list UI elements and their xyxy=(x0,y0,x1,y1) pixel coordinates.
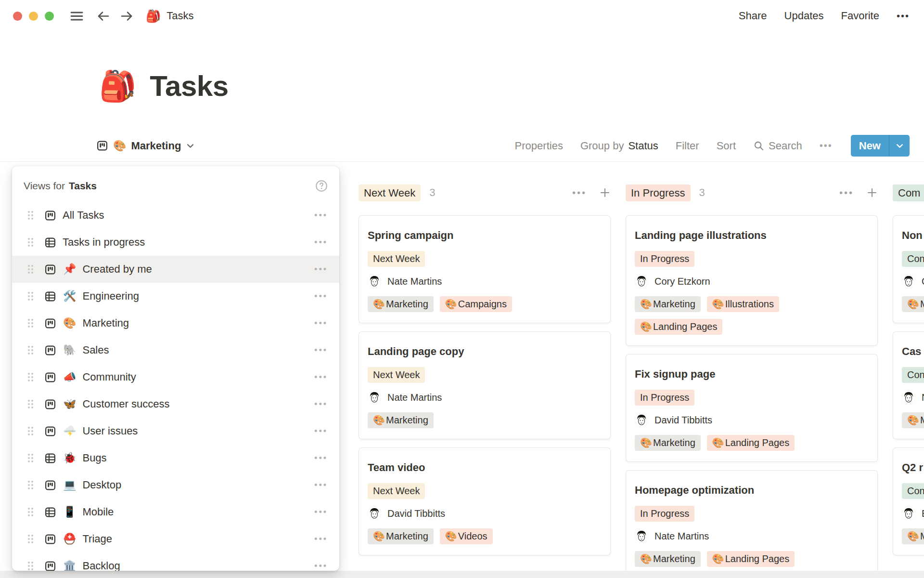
column-add-card-button[interactable] xyxy=(599,187,611,198)
view-row-tasks-in-progress[interactable]: Tasks in progress ••• xyxy=(12,229,339,256)
page-emoji-icon[interactable]: 🎒 xyxy=(99,68,136,104)
drag-handle-icon[interactable] xyxy=(26,533,35,545)
filter-button[interactable]: Filter xyxy=(676,140,699,152)
drag-handle-icon[interactable] xyxy=(26,398,35,410)
updates-button[interactable]: Updates xyxy=(784,10,824,22)
view-emoji-icon: 🎨 xyxy=(63,317,76,329)
avatar xyxy=(368,507,381,520)
task-card[interactable]: Non Con C 🎨M xyxy=(893,215,924,323)
view-row-more-button[interactable]: ••• xyxy=(314,561,328,571)
view-row-community[interactable]: 📣 Community ••• xyxy=(12,364,339,391)
view-row-more-button[interactable]: ••• xyxy=(314,399,328,409)
views-dropdown-panel: Views forTasks All Tasks ••• Tasks in pr… xyxy=(12,166,339,571)
new-button[interactable]: New xyxy=(851,135,889,157)
view-row-more-button[interactable]: ••• xyxy=(314,453,328,463)
task-card[interactable]: Homepage optimization In Progress Nate M… xyxy=(626,470,878,578)
view-row-mobile[interactable]: 📱 Mobile ••• xyxy=(12,499,339,525)
column-status-badge[interactable]: In Progress xyxy=(626,184,691,201)
favorite-button[interactable]: Favorite xyxy=(841,10,879,22)
new-dropdown-button[interactable] xyxy=(889,135,910,157)
view-row-bugs[interactable]: 🐞 Bugs ••• xyxy=(12,445,339,472)
sidebar-menu-icon[interactable] xyxy=(70,11,83,21)
assignee-row: E xyxy=(902,507,924,520)
view-row-more-button[interactable]: ••• xyxy=(314,210,328,221)
column-add-card-button[interactable] xyxy=(866,187,878,198)
drag-handle-icon[interactable] xyxy=(26,425,35,437)
doc-breadcrumb-title[interactable]: Tasks xyxy=(167,10,193,22)
tag: 🎨M xyxy=(902,528,924,544)
view-row-marketing[interactable]: 🎨 Marketing ••• xyxy=(12,310,339,337)
drag-handle-icon[interactable] xyxy=(26,263,35,275)
horizontal-scrollbar-track[interactable] xyxy=(0,571,924,578)
drag-handle-icon[interactable] xyxy=(26,210,35,221)
view-label: Mobile xyxy=(82,506,114,518)
group-by-button[interactable]: Group by Status xyxy=(580,140,658,152)
view-row-more-button[interactable]: ••• xyxy=(314,534,328,544)
view-row-more-button[interactable]: ••• xyxy=(314,237,328,248)
view-row-more-button[interactable]: ••• xyxy=(314,426,328,436)
forward-icon[interactable] xyxy=(120,11,133,22)
view-row-customer-success[interactable]: 🦋 Customer success ••• xyxy=(12,391,339,418)
view-row-user-issues[interactable]: 🌩️ User issues ••• xyxy=(12,418,339,445)
plus-icon xyxy=(599,187,611,198)
column-status-badge[interactable]: Com xyxy=(893,184,924,201)
palette-emoji-icon: 🎨 xyxy=(712,298,724,311)
minimize-window-button[interactable] xyxy=(29,12,38,21)
drag-handle-icon[interactable] xyxy=(26,290,35,302)
drag-handle-icon[interactable] xyxy=(26,506,35,518)
view-selector[interactable]: 🎨 Marketing xyxy=(96,140,194,152)
task-card[interactable]: Cas Con N 🎨M xyxy=(893,331,924,439)
view-label: Desktop xyxy=(82,479,121,491)
column-count: 3 xyxy=(699,186,705,199)
zoom-window-button[interactable] xyxy=(45,12,54,21)
view-row-backlog[interactable]: 🏛️ Backlog ••• xyxy=(12,552,339,571)
drag-handle-icon[interactable] xyxy=(26,236,35,248)
task-card[interactable]: Team video Next Week David Tibbitts 🎨Mar… xyxy=(359,447,611,555)
task-card[interactable]: Spring campaign Next Week Nate Martins 🎨… xyxy=(359,215,611,323)
board-column-next-week: Next Week 3 ••• Spring campaign Next Wee… xyxy=(359,179,611,564)
drag-handle-icon[interactable] xyxy=(26,344,35,356)
view-more-options-button[interactable]: ••• xyxy=(820,140,833,151)
view-type-icon xyxy=(44,398,56,410)
view-row-triage[interactable]: ⛑️ Triage ••• xyxy=(12,525,339,552)
drag-handle-icon[interactable] xyxy=(26,479,35,491)
share-button[interactable]: Share xyxy=(739,10,767,22)
task-card[interactable]: Fix signup page In Progress David Tibbit… xyxy=(626,354,878,462)
column-more-button[interactable]: ••• xyxy=(839,187,854,198)
drag-handle-icon[interactable] xyxy=(26,317,35,329)
view-row-desktop[interactable]: 💻 Desktop ••• xyxy=(12,472,339,499)
view-row-created-by-me[interactable]: 📌 Created by me ••• xyxy=(12,256,339,283)
view-label: Created by me xyxy=(82,263,152,276)
sort-button[interactable]: Sort xyxy=(717,140,736,152)
view-row-more-button[interactable]: ••• xyxy=(314,345,328,355)
view-row-all-tasks[interactable]: All Tasks ••• xyxy=(12,202,339,229)
palette-emoji-icon: 🎨 xyxy=(445,530,457,543)
view-row-more-button[interactable]: ••• xyxy=(314,318,328,328)
search-label: Search xyxy=(769,140,802,152)
column-status-badge[interactable]: Next Week xyxy=(359,184,421,201)
back-icon[interactable] xyxy=(97,11,110,22)
task-card[interactable]: Landing page copy Next Week Nate Martins… xyxy=(359,331,611,439)
drag-handle-icon[interactable] xyxy=(26,452,35,464)
drag-handle-icon[interactable] xyxy=(26,560,35,571)
task-card[interactable]: Landing page illustrations In Progress C… xyxy=(626,215,878,346)
view-row-more-button[interactable]: ••• xyxy=(314,480,328,490)
view-row-more-button[interactable]: ••• xyxy=(314,372,328,382)
view-row-more-button[interactable]: ••• xyxy=(314,264,328,275)
palette-emoji-icon: 🎨 xyxy=(640,436,652,449)
view-row-more-button[interactable]: ••• xyxy=(314,291,328,302)
page-title[interactable]: Tasks xyxy=(150,69,228,103)
view-row-engineering[interactable]: 🛠️ Engineering ••• xyxy=(12,283,339,310)
view-row-more-button[interactable]: ••• xyxy=(314,507,328,517)
palette-emoji-icon: 🎨 xyxy=(445,298,457,311)
more-options-button[interactable]: ••• xyxy=(897,11,910,22)
drag-handle-icon[interactable] xyxy=(26,371,35,383)
properties-button[interactable]: Properties xyxy=(515,140,563,152)
help-icon[interactable] xyxy=(315,180,328,192)
task-card[interactable]: Q2 r Con E 🎨M xyxy=(893,447,924,555)
close-window-button[interactable] xyxy=(13,12,22,21)
column-more-button[interactable]: ••• xyxy=(572,187,587,198)
search-button[interactable]: Search xyxy=(753,140,802,152)
assignee-name: C xyxy=(922,276,924,287)
view-row-sales[interactable]: 🐘 Sales ••• xyxy=(12,337,339,364)
